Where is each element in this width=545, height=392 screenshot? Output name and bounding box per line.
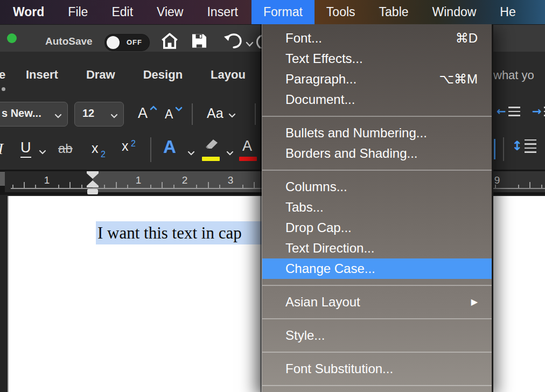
menu-separator [262, 170, 492, 171]
chevron-down-icon [110, 111, 118, 121]
menu-item-drop-cap[interactable]: Drop Cap... [262, 218, 492, 238]
subscript-button[interactable]: x 2 [92, 141, 106, 156]
ruler-tick [196, 185, 197, 188]
menubar-item-edit[interactable]: Edit [100, 0, 145, 24]
tell-me-search[interactable]: what yo [493, 68, 534, 82]
tab-insert[interactable]: Insert [26, 68, 58, 82]
ruler-tick [518, 185, 519, 188]
ruler-tick [24, 182, 25, 188]
menu-separator [262, 285, 492, 286]
font-size-select[interactable]: 12 [74, 102, 124, 127]
ruler-number: 1 [136, 174, 142, 186]
menu-item-bullets-and-numbering[interactable]: Bullets and Numbering... [262, 123, 492, 143]
ruler-baseline [493, 188, 545, 189]
underline-button[interactable]: U [20, 139, 31, 158]
menu-item-shortcut: ⌘D [456, 28, 478, 48]
ruler-tick [208, 182, 209, 188]
menu-item-asian-layout[interactable]: Asian Layout▶ [262, 292, 492, 312]
save-icon[interactable] [191, 33, 208, 51]
menubar-item-he[interactable]: He [488, 0, 527, 24]
menu-item-text-direction[interactable]: Text Direction... [262, 238, 492, 258]
menubar-item-tools[interactable]: Tools [315, 0, 367, 24]
ruler-number: 1 [44, 174, 50, 186]
ruler-tick [242, 185, 243, 188]
submenu-arrow-icon: ▶ [471, 292, 478, 312]
superscript-base: x [122, 138, 129, 153]
menu-item-tabs[interactable]: Tabs... [262, 197, 492, 218]
highlight-color-bar [202, 157, 220, 161]
arrow-left-icon: ← [497, 105, 506, 118]
redo-icon-partial[interactable] [255, 33, 262, 48]
tab-design[interactable]: Design [143, 68, 183, 82]
tab-layou[interactable]: Layou [211, 68, 246, 82]
menu-item-font-substitution[interactable]: Font Substitution... [262, 359, 492, 379]
justify-icon-partial[interactable] [494, 139, 495, 159]
menu-item-label: Font... [285, 28, 322, 48]
menubar-item-insert[interactable]: Insert [195, 0, 250, 24]
undo-chevron-down-icon[interactable] [246, 39, 254, 49]
strikethrough-button[interactable]: ab [58, 141, 73, 156]
menu-item-font[interactable]: Font...⌘D [262, 28, 492, 48]
menu-separator [262, 352, 492, 353]
tab-home-partial[interactable]: e [0, 68, 5, 82]
home-icon[interactable] [160, 33, 179, 51]
ruler-tick [529, 182, 530, 188]
menu-item-columns[interactable]: Columns... [262, 177, 492, 197]
ruler-tick [162, 182, 163, 188]
menubar-item-format[interactable]: Format [251, 0, 315, 24]
shrink-font-button[interactable]: A [165, 107, 173, 122]
ruler-number: 2 [182, 174, 188, 186]
menu-item-paragraph[interactable]: Paragraph...⌥⌘M [262, 69, 492, 89]
menubar-item-window[interactable]: Window [421, 0, 488, 24]
superscript-button[interactable]: x 2 [122, 138, 136, 154]
subscript-base: x [92, 141, 99, 156]
menu-separator [262, 318, 492, 319]
menu-item-borders-and-shading[interactable]: Borders and Shading... [262, 143, 492, 164]
autosave-toggle[interactable]: OFF [104, 34, 150, 51]
menu-item-change-case[interactable]: Change Case... [262, 258, 492, 279]
menubar-item-file[interactable]: File [56, 0, 100, 24]
line-spacing-button[interactable]: ↕ [512, 138, 536, 153]
italic-button-partial[interactable]: I [0, 139, 3, 158]
ruler-tick [69, 182, 71, 188]
increase-indent-button-partial[interactable]: → [532, 105, 545, 118]
change-case-button[interactable]: Aa [207, 106, 223, 121]
traffic-light-green[interactable] [7, 33, 17, 43]
text-effects-button[interactable]: A [163, 137, 176, 157]
menu-item-text-effects[interactable]: Text Effects... [262, 48, 492, 69]
menu-item-style[interactable]: Style... [262, 325, 492, 346]
highlighter-chevron-icon[interactable] [226, 148, 234, 158]
underline-chevron-icon[interactable] [39, 147, 46, 157]
ruler-band-right [493, 171, 545, 192]
active-tab-indicator [2, 87, 5, 91]
ribbon-tabs: InsertDrawDesignLayou [26, 68, 246, 82]
menu-item-label: Columns... [285, 177, 347, 197]
decrease-indent-button[interactable]: ← [497, 105, 520, 118]
menubar-item-word[interactable]: Word [1, 0, 56, 24]
superscript-mark: 2 [131, 139, 136, 148]
divider [192, 103, 193, 125]
menu-item-label: Bullets and Numbering... [285, 123, 427, 143]
ruler-number: 9 [494, 174, 500, 186]
indent-markers[interactable] [85, 171, 101, 195]
menubar-item-view[interactable]: View [145, 0, 195, 24]
ruler-tick [58, 185, 59, 188]
undo-icon[interactable] [223, 33, 242, 51]
ruler-baseline [11, 188, 262, 189]
ruler-tick [150, 185, 151, 188]
grow-font-button[interactable]: A [138, 105, 148, 122]
tab-draw[interactable]: Draw [86, 68, 115, 82]
text-selection[interactable]: I want this text in cap [96, 221, 274, 244]
arrow-right-icon: → [532, 105, 542, 118]
menu-item-document[interactable]: Document... [262, 89, 492, 110]
menubar: WordFileEditViewInsertFormatToolsTableWi… [0, 0, 545, 24]
spacing-lines-icon [525, 139, 536, 153]
font-name-select[interactable]: s New... [0, 102, 68, 127]
ruler-tick [541, 185, 542, 188]
highlighter-icon[interactable] [201, 137, 221, 155]
ruler-corner-box [0, 172, 5, 186]
change-case-chevron-icon [228, 110, 236, 120]
menubar-item-table[interactable]: Table [367, 0, 421, 24]
menu-item-label: Tabs... [285, 197, 324, 218]
font-color-button[interactable]: A [242, 138, 252, 155]
